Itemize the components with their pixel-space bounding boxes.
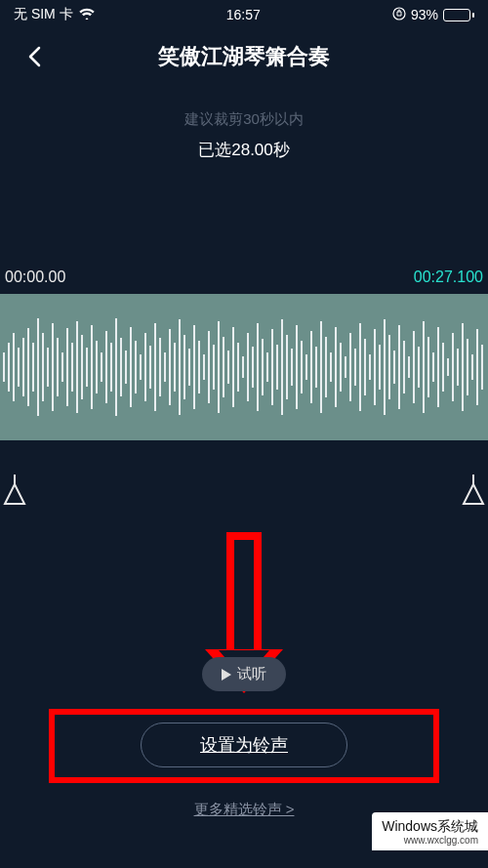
trim-handle-right[interactable] [460, 475, 487, 509]
battery-percent: 93% [411, 7, 438, 22]
watermark-title: Windows系统城 [382, 818, 478, 834]
status-time: 16:57 [226, 7, 261, 22]
back-button[interactable] [20, 42, 49, 71]
trim-handle-left[interactable] [1, 475, 28, 509]
play-icon [222, 669, 231, 681]
waveform-area[interactable] [0, 294, 488, 440]
time-labels: 00:00.00 00:27.100 [0, 269, 488, 286]
nav-bar: 笑傲江湖琴箫合奏 [0, 29, 488, 83]
orientation-lock-icon [392, 7, 406, 23]
chevron-left-icon [27, 46, 41, 67]
time-start-label: 00:00.00 [5, 269, 65, 286]
hint-area: 建议裁剪30秒以内 已选28.00秒 [0, 110, 488, 161]
status-bar: 无 SIM 卡 16:57 93% [0, 0, 488, 29]
status-left: 无 SIM 卡 [14, 6, 95, 23]
status-right: 93% [392, 7, 474, 23]
annotation-highlight-box: 设置为铃声 [49, 709, 439, 783]
preview-button[interactable]: 试听 [202, 657, 286, 691]
selected-duration: 已选28.00秒 [0, 139, 488, 161]
trim-handles [0, 440, 488, 475]
preview-label: 试听 [237, 665, 266, 683]
waveform-icon [0, 313, 488, 421]
set-ringtone-button[interactable]: 设置为铃声 [141, 723, 347, 767]
battery-icon [443, 9, 474, 21]
time-end-label: 00:27.100 [414, 269, 483, 286]
page-title: 笑傲江湖琴箫合奏 [158, 42, 330, 71]
watermark-url: www.wxclgg.com [382, 835, 478, 847]
watermark: Windows系统城 www.wxclgg.com [372, 812, 488, 850]
wifi-icon [79, 7, 95, 22]
carrier-text: 无 SIM 卡 [14, 6, 73, 23]
trim-hint: 建议裁剪30秒以内 [0, 110, 488, 129]
bottom-actions: 试听 设置为铃声 更多精选铃声 > [0, 657, 488, 819]
